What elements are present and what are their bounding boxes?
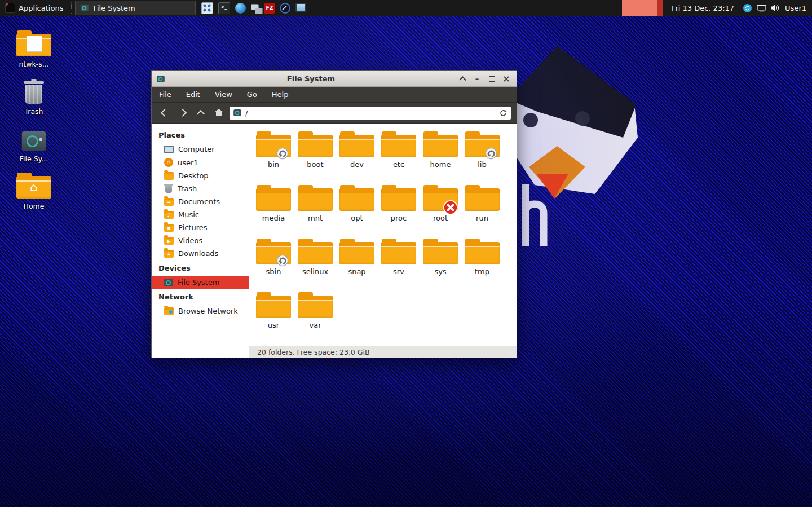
- folder-icon: [256, 131, 291, 157]
- maximize-button[interactable]: [486, 73, 497, 85]
- sidebar-item-file-system[interactable]: File System: [152, 276, 249, 289]
- sidebar-item-pictures[interactable]: Pictures: [152, 221, 249, 234]
- taskbar-window-button[interactable]: File System: [75, 1, 196, 15]
- blocked-icon[interactable]: [280, 3, 290, 14]
- desktop-icon-trash[interactable]: Trash: [10, 77, 58, 116]
- shade-button[interactable]: [457, 73, 468, 85]
- desktop-icon-label: ntwk-s...: [10, 60, 58, 68]
- menu-go[interactable]: Go: [240, 87, 264, 102]
- sidebar-item-trash[interactable]: Trash: [152, 182, 249, 195]
- sidebar-item-videos[interactable]: Videos: [152, 234, 249, 247]
- sidebar-item-user1[interactable]: user1: [152, 156, 249, 169]
- sidebar-item-music[interactable]: Music: [152, 208, 249, 221]
- file-home[interactable]: home: [420, 131, 461, 185]
- applications-menu-button[interactable]: Applications: [0, 0, 69, 16]
- file-grid: binbootdevetchomelibmediamntoptprocrootr…: [249, 124, 517, 346]
- file-sys[interactable]: sys: [420, 239, 461, 292]
- wallpaper-penguin-art: [504, 43, 645, 268]
- sync-icon[interactable]: [742, 3, 752, 13]
- file-label: root: [420, 214, 461, 222]
- sidebar-item-label: Documents: [178, 197, 220, 206]
- file-dev[interactable]: dev: [336, 131, 378, 185]
- network-shares-icon[interactable]: [251, 4, 259, 10]
- computer-icon: [164, 146, 174, 153]
- window-icon: [157, 76, 165, 82]
- username-label[interactable]: User1: [785, 4, 806, 12]
- folder-icon: [381, 239, 416, 264]
- forward-button[interactable]: [175, 105, 190, 120]
- taskbar-window-label: File System: [93, 4, 135, 12]
- back-button[interactable]: [157, 105, 172, 120]
- browser-icon[interactable]: [235, 3, 246, 14]
- file-opt[interactable]: opt: [336, 185, 378, 239]
- up-button[interactable]: [193, 105, 208, 120]
- terminal-icon[interactable]: [218, 2, 230, 14]
- file-proc[interactable]: proc: [378, 185, 420, 239]
- sidebar-item-label: user1: [178, 158, 198, 167]
- sidebar-item-downloads[interactable]: Downloads: [152, 247, 249, 260]
- window-titlebar[interactable]: File System – ×: [152, 71, 517, 87]
- workspace-pager[interactable]: [622, 0, 663, 16]
- menu-file[interactable]: File: [152, 87, 179, 102]
- volume-icon[interactable]: [770, 3, 780, 13]
- sidebar-item-documents[interactable]: Documents: [152, 195, 249, 208]
- sidebar-item-computer[interactable]: Computer: [152, 143, 249, 156]
- menu-help[interactable]: Help: [264, 87, 296, 102]
- folder-icon: [339, 239, 374, 264]
- home-button[interactable]: [211, 105, 226, 120]
- file-root[interactable]: root: [420, 185, 461, 239]
- menu-view[interactable]: View: [208, 87, 240, 102]
- file-label: snap: [336, 267, 378, 276]
- desktop-icon-label: File Sy...: [10, 155, 58, 163]
- file-selinux[interactable]: selinux: [294, 239, 336, 292]
- file-label: opt: [336, 214, 378, 222]
- file-label: run: [461, 214, 503, 222]
- desktop-icon-file-sy[interactable]: File Sy...: [10, 124, 58, 163]
- sidebar-item-label: Videos: [178, 236, 202, 245]
- sidebar-item-label: Downloads: [178, 249, 218, 258]
- file-label: sys: [420, 267, 461, 276]
- file-label: sbin: [253, 267, 294, 276]
- file-run[interactable]: run: [461, 185, 503, 239]
- file-srv[interactable]: srv: [378, 239, 420, 292]
- window-title: File System: [169, 74, 453, 83]
- folder-icon: [298, 239, 333, 264]
- show-desktop-icon[interactable]: [201, 2, 213, 14]
- desktop-icon-home[interactable]: ⌂Home: [10, 171, 58, 210]
- minimize-button[interactable]: –: [471, 73, 483, 85]
- file-lib[interactable]: lib: [461, 131, 503, 185]
- menu-edit[interactable]: Edit: [179, 87, 208, 102]
- sidebar-item-label: File System: [178, 278, 219, 286]
- file-mnt[interactable]: mnt: [294, 185, 336, 239]
- close-button[interactable]: ×: [501, 73, 512, 85]
- file-bin[interactable]: bin: [253, 131, 294, 185]
- file-var[interactable]: var: [294, 292, 336, 346]
- file-boot[interactable]: boot: [294, 131, 336, 185]
- clock[interactable]: Fri 13 Dec, 23:17: [672, 4, 734, 12]
- denied-emblem-icon: [443, 200, 458, 215]
- file-sbin[interactable]: sbin: [253, 239, 294, 292]
- file-tmp[interactable]: tmp: [461, 239, 503, 292]
- path-input[interactable]: /: [230, 107, 511, 120]
- filezilla-icon[interactable]: [264, 3, 275, 14]
- top-panel: Applications File System Fri 13 Dec, 23:…: [0, 0, 812, 16]
- path-location-icon: [233, 109, 241, 116]
- file-label: media: [253, 214, 294, 222]
- symlink-emblem-icon: [276, 254, 289, 267]
- path-text: /: [245, 109, 496, 117]
- display-icon[interactable]: [756, 3, 766, 13]
- file-usr[interactable]: usr: [253, 292, 294, 346]
- file-etc[interactable]: etc: [378, 131, 420, 185]
- desktop-icon-ntwk-s[interactable]: ntwk-s...: [10, 29, 58, 68]
- file-media[interactable]: media: [253, 185, 294, 239]
- drive-icon: [164, 279, 173, 286]
- workspace-window-rect: [657, 0, 663, 16]
- sidebar-item-browse-network[interactable]: Browse Network: [152, 305, 249, 318]
- file-manager-window: File System – × FileEditViewGoHelp / Pla…: [151, 70, 517, 358]
- trash-icon: [165, 186, 172, 193]
- file-label: usr: [253, 321, 294, 329]
- file-snap[interactable]: snap: [336, 239, 378, 292]
- sidebar-item-desktop[interactable]: Desktop: [152, 169, 249, 182]
- reload-button[interactable]: [499, 109, 508, 117]
- display-icon[interactable]: [295, 3, 306, 12]
